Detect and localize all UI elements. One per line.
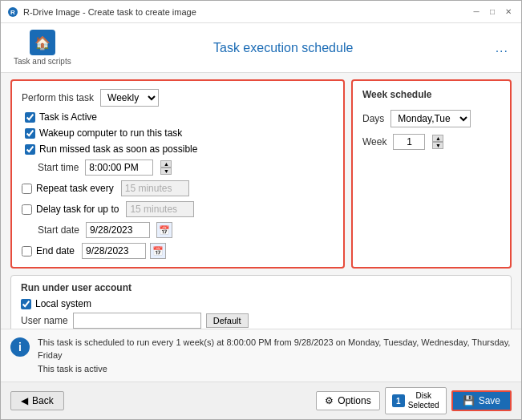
footer-right: ⚙ Options 1 Disk Selected 💾 Save: [316, 387, 512, 414]
run-missed-label: Run missed task as soon as possible: [39, 143, 197, 155]
delay-checkbox[interactable]: [22, 204, 32, 215]
more-menu-button[interactable]: ...: [496, 41, 508, 55]
days-row: Days Monday,Tue Monday Tuesday Wednesday…: [362, 110, 500, 127]
local-system-row: Local system: [21, 298, 501, 309]
maximize-button[interactable]: □: [486, 6, 499, 18]
wakeup-row: Wakeup computer to run this task: [25, 127, 334, 139]
end-date-checkbox[interactable]: [22, 246, 32, 256]
title-bar-left: R R-Drive Image - Create task to create …: [7, 6, 196, 18]
username-input[interactable]: [73, 313, 201, 329]
start-time-up[interactable]: ▲: [160, 160, 172, 168]
wakeup-checkbox[interactable]: [25, 128, 35, 139]
back-arrow-icon: ◀: [21, 395, 28, 406]
save-label: Save: [479, 395, 500, 406]
page-title: Task execution schedule: [213, 41, 353, 55]
disk-line1: Disk: [408, 391, 439, 401]
home-icon: 🏠: [30, 30, 55, 55]
home-label: Task and scripts: [14, 57, 71, 66]
week-label: Week: [362, 136, 386, 147]
perform-task-label: Perform this task: [22, 92, 94, 103]
start-time-down[interactable]: ▼: [160, 168, 172, 175]
user-account-title: Run under user account: [21, 282, 501, 293]
end-date-input[interactable]: [82, 243, 146, 259]
start-date-row: Start date 📅: [22, 222, 334, 238]
week-row: Week ▲ ▼: [362, 134, 500, 150]
delay-label: Delay task for up to: [36, 204, 119, 215]
username-label: User name: [21, 315, 68, 326]
options-label: Options: [338, 395, 370, 406]
info-icon: i: [10, 337, 30, 357]
start-date-input[interactable]: [86, 222, 150, 238]
start-date-label: Start date: [38, 224, 79, 236]
repeat-checkbox[interactable]: [22, 184, 32, 194]
user-account-section: Run under user account Local system User…: [10, 275, 512, 329]
wakeup-label: Wakeup computer to run this task: [39, 127, 182, 139]
minimize-button[interactable]: ─: [470, 6, 483, 18]
options-icon: ⚙: [325, 395, 334, 406]
options-button[interactable]: ⚙ Options: [316, 391, 379, 410]
back-label: Back: [32, 395, 54, 406]
title-bar: R R-Drive Image - Create task to create …: [1, 1, 521, 23]
week-up[interactable]: ▲: [432, 135, 443, 142]
start-date-calendar-button[interactable]: 📅: [156, 222, 172, 238]
title-bar-controls: ─ □ ✕: [470, 6, 515, 18]
task-active-checkbox[interactable]: [25, 112, 35, 123]
back-button[interactable]: ◀ Back: [10, 391, 64, 410]
week-input[interactable]: [393, 134, 425, 150]
perform-task-select[interactable]: Weekly Once Daily Monthly: [100, 89, 159, 107]
info-text: This task is scheduled to run every 1 we…: [38, 336, 512, 376]
days-select[interactable]: Monday,Tue Monday Tuesday Wednesday All …: [390, 110, 471, 127]
info-area: i This task is scheduled to run every 1 …: [1, 329, 521, 382]
repeat-input[interactable]: [121, 180, 189, 196]
repeat-row: Repeat task every: [22, 180, 334, 196]
left-panel: Perform this task Weekly Once Daily Mont…: [10, 79, 345, 269]
footer: ◀ Back ⚙ Options 1 Disk Selected 💾 Save: [1, 382, 521, 419]
start-time-row: Start time ▲ ▼: [22, 160, 334, 176]
disk-text: Disk Selected: [408, 391, 439, 410]
main-window: R R-Drive Image - Create task to create …: [0, 0, 522, 420]
top-panels: Perform this task Weekly Once Daily Mont…: [10, 79, 512, 269]
perform-task-row: Perform this task Weekly Once Daily Mont…: [22, 89, 334, 107]
end-date-calendar-button[interactable]: 📅: [150, 243, 166, 259]
default-button[interactable]: Default: [206, 313, 249, 328]
save-button[interactable]: 💾 Save: [451, 390, 512, 411]
delay-row: Delay task for up to: [22, 201, 334, 217]
task-active-row: Task is Active: [25, 111, 334, 123]
home-nav[interactable]: 🏠 Task and scripts: [14, 30, 71, 66]
week-down[interactable]: ▼: [432, 142, 443, 149]
svg-text:R: R: [10, 9, 15, 16]
disk-selected-button[interactable]: 1 Disk Selected: [385, 387, 447, 414]
delay-input[interactable]: [126, 201, 194, 217]
right-panel: Week schedule Days Monday,Tue Monday Tue…: [351, 79, 512, 269]
run-missed-row: Run missed task as soon as possible: [25, 143, 334, 155]
end-date-row: End date 📅: [22, 243, 334, 259]
header-area: 🏠 Task and scripts Task execution schedu…: [1, 23, 521, 73]
week-spinner: ▲ ▼: [432, 135, 443, 149]
start-time-label: Start time: [38, 162, 79, 173]
run-missed-checkbox[interactable]: [25, 144, 35, 155]
username-row: User name Default: [21, 313, 501, 329]
start-time-input[interactable]: [85, 160, 153, 176]
end-date-label: End date: [36, 245, 75, 256]
week-schedule-title: Week schedule: [362, 89, 500, 100]
close-button[interactable]: ✕: [502, 6, 515, 18]
disk-count: 1: [392, 394, 405, 407]
main-content: Perform this task Weekly Once Daily Mont…: [1, 73, 521, 329]
local-system-checkbox[interactable]: [21, 299, 31, 309]
disk-line2: Selected: [408, 401, 439, 410]
save-icon: 💾: [463, 395, 475, 406]
repeat-label: Repeat task every: [36, 183, 114, 194]
start-time-spinner: ▲ ▼: [160, 160, 172, 175]
days-label: Days: [362, 113, 384, 124]
task-active-label: Task is Active: [39, 111, 97, 123]
window-title: R-Drive Image - Create task to create im…: [23, 7, 196, 17]
local-system-label: Local system: [35, 298, 91, 309]
app-icon: R: [7, 6, 18, 18]
